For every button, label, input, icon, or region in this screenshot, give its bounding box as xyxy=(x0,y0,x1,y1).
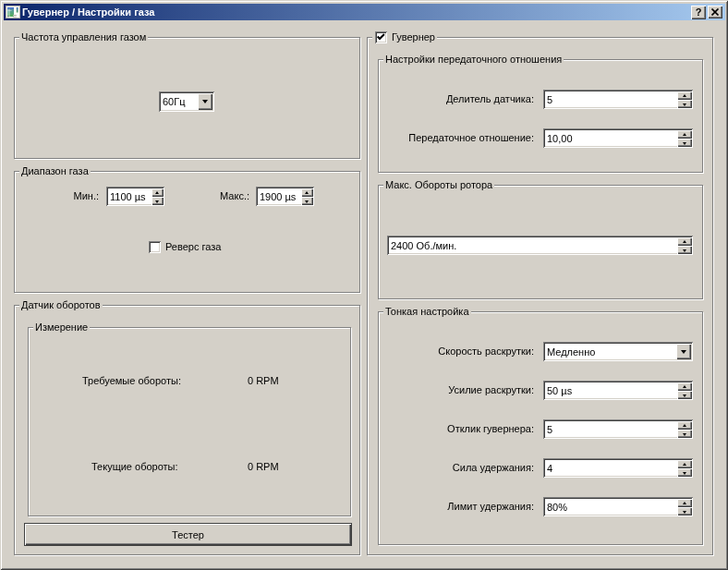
current-rpm-label: Текущие обороты: xyxy=(91,461,178,473)
spool-force-spin-down-button[interactable] xyxy=(677,391,692,399)
ratio-spinner[interactable]: 10,00 xyxy=(543,128,693,148)
spin-down-icon xyxy=(683,472,686,475)
governor-checkbox[interactable] xyxy=(375,31,387,43)
spin-up-icon xyxy=(305,191,309,194)
max-label: Макс.: xyxy=(220,190,249,202)
gov-response-spin-up-button[interactable] xyxy=(677,421,692,430)
divider-spinner[interactable]: 5 xyxy=(543,90,693,109)
min-spin-up-button[interactable] xyxy=(152,188,164,197)
hold-force-spinner[interactable]: 4 xyxy=(543,458,693,478)
help-button[interactable]: ? xyxy=(691,6,706,19)
spin-down-icon xyxy=(683,433,686,436)
chevron-down-icon xyxy=(681,350,686,354)
measure-group-title: Измерение xyxy=(33,321,90,334)
ratio-group-title: Настройки передаточного отношения xyxy=(383,54,564,66)
spin-down-icon xyxy=(683,142,686,145)
updown-control xyxy=(301,188,313,205)
spin-down-icon xyxy=(305,200,309,203)
max-spin-up-button[interactable] xyxy=(301,188,313,197)
hold-force-spin-down-button[interactable] xyxy=(677,468,692,477)
spin-down-icon xyxy=(683,394,686,397)
updown-control xyxy=(152,188,164,205)
max-spin-down-button[interactable] xyxy=(301,197,313,205)
spin-up-icon xyxy=(683,424,686,427)
dialog-window: Гувернер / Настройки газа ? Частота упра… xyxy=(0,0,728,570)
rotor-spin-up-button[interactable] xyxy=(677,237,692,246)
spool-speed-dropdown-button[interactable] xyxy=(676,344,691,359)
spin-up-icon xyxy=(683,240,686,243)
gov-response-label: Отклик гувернера: xyxy=(447,423,534,435)
rotor-group-title: Макс. Обороты ротора xyxy=(383,179,494,191)
rotor-rpm-spinner[interactable]: 2400 Об./мин. xyxy=(387,236,693,255)
spin-up-icon xyxy=(683,133,686,136)
divider-spinner-value: 5 xyxy=(547,90,552,109)
spool-force-label: Усилие раскрутки: xyxy=(448,384,534,396)
reverse-checkbox-label: Реверс газа xyxy=(165,241,221,253)
freq-combobox[interactable]: 60Гц xyxy=(159,91,214,112)
reverse-checkbox[interactable] xyxy=(149,241,161,253)
spin-down-icon xyxy=(683,249,686,252)
ratio-label: Передаточное отношение: xyxy=(408,132,534,144)
spin-down-icon xyxy=(155,200,159,203)
current-rpm-value: 0 RPM xyxy=(248,461,279,473)
hold-force-spin-up-button[interactable] xyxy=(677,460,692,468)
updown-control xyxy=(677,382,692,399)
spool-force-value: 50 µs xyxy=(547,381,572,400)
spin-up-icon xyxy=(683,94,686,97)
spool-force-spin-up-button[interactable] xyxy=(677,382,692,391)
hold-limit-spinner[interactable]: 80% xyxy=(543,497,693,516)
spool-force-spinner[interactable]: 50 µs xyxy=(543,381,693,400)
measure-group-frame xyxy=(28,327,351,516)
spool-speed-value: Медленно xyxy=(547,342,595,361)
min-spinner-value: 1100 µs xyxy=(110,187,146,206)
governor-checkbox-label: Гувернер xyxy=(392,31,435,43)
spin-down-icon xyxy=(683,103,686,106)
ratio-spin-up-button[interactable] xyxy=(677,130,692,139)
updown-control xyxy=(677,460,692,477)
divider-spin-down-button[interactable] xyxy=(677,100,692,108)
gov-response-value: 5 xyxy=(547,419,552,439)
range-group-title: Диапазон газа xyxy=(19,165,91,177)
rotor-rpm-value: 2400 Об./мин. xyxy=(391,236,456,255)
close-button[interactable] xyxy=(708,6,722,18)
hold-limit-spin-down-button[interactable] xyxy=(677,507,692,515)
max-spinner[interactable]: 1900 µs xyxy=(256,187,314,206)
freq-combobox-dropdown-button[interactable] xyxy=(198,93,212,110)
updown-control xyxy=(677,237,692,254)
divider-spin-up-button[interactable] xyxy=(677,91,692,100)
tester-button[interactable]: Тестер xyxy=(24,523,352,546)
sensor-group-title: Датчик оборотов xyxy=(19,299,103,311)
spool-speed-label: Скорость раскрутки: xyxy=(438,346,534,358)
ratio-spin-down-button[interactable] xyxy=(677,139,692,147)
required-rpm-label: Требуемые обороты: xyxy=(82,375,181,387)
min-label: Мин.: xyxy=(74,190,100,202)
required-rpm-value: 0 RPM xyxy=(248,375,279,387)
title-bar[interactable]: Гувернер / Настройки газа ? xyxy=(4,4,725,20)
reverse-checkbox-row[interactable]: Реверс газа xyxy=(149,240,223,254)
hold-limit-value: 80% xyxy=(547,497,567,516)
fine-group-title: Тонкая настройка xyxy=(383,306,471,318)
spin-up-icon xyxy=(683,463,686,466)
gov-response-spin-down-button[interactable] xyxy=(677,430,692,438)
max-spinner-value: 1900 µs xyxy=(260,187,296,206)
hold-limit-spin-up-button[interactable] xyxy=(677,499,692,507)
hold-force-label: Сила удержания: xyxy=(453,462,534,474)
spin-down-icon xyxy=(683,511,686,514)
rotor-spin-down-button[interactable] xyxy=(677,246,692,254)
ratio-spinner-value: 10,00 xyxy=(547,128,573,148)
updown-control xyxy=(677,499,692,515)
hold-limit-label: Лимит удержания: xyxy=(447,501,534,513)
updown-control xyxy=(677,91,692,108)
gov-response-spinner[interactable]: 5 xyxy=(543,419,693,439)
spool-speed-combobox[interactable]: Медленно xyxy=(543,342,693,361)
chevron-down-icon xyxy=(202,100,208,103)
min-spin-down-button[interactable] xyxy=(152,197,164,205)
ratio-group-frame xyxy=(378,59,703,173)
updown-control xyxy=(677,130,692,147)
governor-checkbox-row[interactable]: Гувернер xyxy=(372,30,437,44)
min-spinner[interactable]: 1100 µs xyxy=(106,187,164,206)
freq-combobox-value: 60Гц xyxy=(163,91,186,112)
divider-label: Делитель датчика: xyxy=(446,93,534,105)
checkmark-icon xyxy=(375,31,387,43)
help-icon: ? xyxy=(696,6,702,18)
